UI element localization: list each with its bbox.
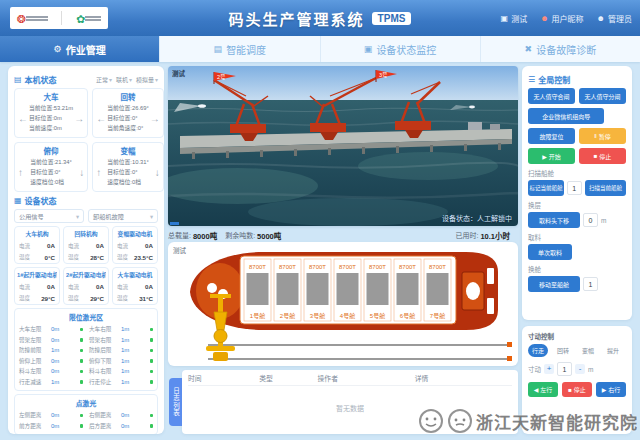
tab-label: 作业管理 <box>66 42 106 57</box>
move-to-hold-button[interactable]: 移动至船舱 <box>528 276 580 292</box>
cargo-hold[interactable]: 8700T 3号舱 <box>304 259 331 321</box>
jog-tab-travel[interactable]: 行走 <box>528 344 548 357</box>
jog-right-button[interactable]: ▶ 右行 <box>596 382 626 397</box>
limit-item: 大车左限0m <box>19 324 83 335</box>
pause-button[interactable]: ‖ 暂停 <box>579 128 626 144</box>
remaining-value: 5000吨 <box>257 230 281 241</box>
cargo-hold[interactable]: 8700T 1号舱 <box>244 259 271 321</box>
log-table-header: 时间 类型 操作者 详情 <box>188 370 512 386</box>
cargo-hold[interactable]: 8700T 5号舱 <box>364 259 391 321</box>
jog-tab-hoist[interactable]: 提升 <box>603 344 623 357</box>
elapsed-label: 已用时: <box>455 230 478 240</box>
motor-card: 1#起升驱动电机 电流0A 温度29°C <box>14 267 60 305</box>
status-dot <box>150 424 154 428</box>
status-dot <box>80 414 84 418</box>
axis-title: 变幅 <box>95 145 161 156</box>
cargo-hold[interactable]: 8700T 7号舱 <box>424 259 451 321</box>
limit-item: 臂架右限1m <box>89 335 153 346</box>
arrow-down-icon[interactable]: ↓ <box>78 167 85 178</box>
jog-left-button[interactable]: ◀ 左行 <box>528 382 558 397</box>
unattended-open-button[interactable]: 无人值守分闸 <box>579 88 626 104</box>
mode-select-linked[interactable]: 联机 <box>116 75 132 84</box>
step-minus-button[interactable]: - <box>575 364 585 374</box>
cargo-hold[interactable]: 8700T 6号舱 <box>394 259 421 321</box>
head-down-button[interactable]: 取料头下移 <box>528 212 580 228</box>
status-dot <box>80 380 84 384</box>
mark-hold-button[interactable]: 标记当前船舱 <box>528 180 564 196</box>
common-signal-select[interactable]: 公用信号 <box>14 209 84 223</box>
cargo-hold[interactable]: 8700T 4号舱 <box>334 259 361 321</box>
target-hold-input[interactable] <box>583 277 598 291</box>
svg-text:1号舱: 1号舱 <box>250 312 265 320</box>
scan-hold-input[interactable] <box>567 181 582 195</box>
machine-icon: ▤ <box>14 75 22 84</box>
device-icon: ▦ <box>14 196 22 205</box>
log-col-time: 时间 <box>188 373 259 383</box>
jog-stop-button[interactable]: ■ 停止 <box>562 382 592 397</box>
wechat-wizard-button[interactable]: 企业微信机组向导 <box>528 108 604 124</box>
jog-tab-luff[interactable]: 变幅 <box>578 344 598 357</box>
status-dot <box>150 370 154 374</box>
unloader-fault-select[interactable]: 卸船机故障 <box>88 209 158 223</box>
cargo-stats-bar: 总载量: 8000吨 剩余吨数: 5000吨 已用时: 10.1小时 <box>168 229 518 241</box>
header-nickname-link[interactable]: ☻ 用户昵称 <box>540 13 583 24</box>
scan-hold-button[interactable]: 扫描当前船舱 <box>585 180 626 196</box>
mode-select-normal[interactable]: 正常 <box>96 75 112 84</box>
svg-text:4号舱: 4号舱 <box>340 312 355 320</box>
tpms-badge: TPMS <box>372 12 412 25</box>
fault-reset-button[interactable]: 故障复位 <box>528 128 575 144</box>
stop-button[interactable]: ■ 停止 <box>579 148 626 164</box>
tab-device-monitor[interactable]: ▣ 设备状态监控 <box>321 36 481 62</box>
axis-readouts: 当前位置:26.69°目标位置:0°当前角速度:0° <box>107 103 149 133</box>
jog-tab-slew[interactable]: 回转 <box>553 344 573 357</box>
status-dot <box>150 359 154 363</box>
header-admin-link[interactable]: ☻ 管理员 <box>597 13 632 24</box>
limit-item: 行走停止1m <box>89 377 153 388</box>
tab-label: 设备故障诊断 <box>536 42 596 57</box>
status-dot <box>150 414 154 418</box>
limit-item: 臂架左限0m <box>19 335 83 346</box>
limit-item: 俯仰下限1m <box>89 356 153 367</box>
cargo-hold[interactable]: 8700T 2号舱 <box>274 259 301 321</box>
tab-fault-diagnosis[interactable]: ✖ 设备故障诊断 <box>481 36 640 62</box>
start-button[interactable]: ▶ 开始 <box>528 148 575 164</box>
jog-step-label: 寸动 <box>528 364 541 374</box>
arrow-up-icon[interactable]: ↑ <box>17 167 24 178</box>
limit-item: 防撞后限1m <box>89 345 153 356</box>
left-sidebar: ▤ 本机状态 正常 联机 模拟量 大车 ← 当前位置:53.21m目标位置:0m… <box>8 66 164 434</box>
ship-diagram: 8700T 1号舱 8700T 2号舱 8700T 3号舱 8700T 4号舱 <box>168 242 518 366</box>
single-take-button[interactable]: 单次取料 <box>528 244 572 260</box>
arrow-left-icon[interactable]: ← <box>95 113 107 124</box>
arrow-right-icon[interactable]: → <box>73 113 85 124</box>
arrow-right-icon[interactable]: → <box>149 113 161 124</box>
log-table-card: 时间 类型 操作者 详情 暂无数据 <box>182 370 518 434</box>
arrow-up-icon[interactable]: ↑ <box>95 167 102 178</box>
status-dot <box>150 328 154 332</box>
mode-select-analog[interactable]: 模拟量 <box>136 75 158 84</box>
svg-text:3号: 3号 <box>379 72 388 79</box>
monitor-icon: ▣ <box>364 44 373 54</box>
tab-smart-dispatch[interactable]: ▤ 智能调度 <box>160 36 320 62</box>
scene-corner-label: 测试 <box>172 68 185 78</box>
tab-job-management[interactable]: ⚙ 作业管理 <box>0 36 160 62</box>
arrow-left-icon[interactable]: ← <box>17 113 29 124</box>
log-col-detail: 详情 <box>415 373 512 383</box>
header-test-link[interactable]: ▣ 测试 <box>501 13 528 24</box>
motor-card: 变幅驱动电机 电流0A 温度23.5°C <box>112 226 158 264</box>
machine-status-header: ▤ 本机状态 正常 联机 模拟量 <box>14 74 158 85</box>
jog-control-title: 寸动控制 <box>528 331 626 341</box>
layer-depth-input[interactable] <box>583 213 598 227</box>
step-plus-button[interactable]: + <box>544 364 554 374</box>
log-list-tab[interactable]: 日志列表 <box>169 378 182 426</box>
arrow-down-icon[interactable]: ↓ <box>154 167 161 178</box>
status-dot <box>150 349 154 353</box>
limit-item: 俯仰上限0m <box>19 356 83 367</box>
motor-card: 大车驱动电机 电流0A 温度31°C <box>112 267 158 305</box>
unattended-close-button[interactable]: 无人值守合闸 <box>528 88 575 104</box>
main-nav: ⚙ 作业管理 ▤ 智能调度 ▣ 设备状态监控 ✖ 设备故障诊断 <box>0 36 640 62</box>
jog-step-input[interactable] <box>557 362 572 376</box>
point-laser-card: 点激光 左侧距离0m 右侧距离0m 前方距离0m 后方距离0m <box>14 394 158 434</box>
axis-card-pitch: 俯仰 ↑ 当前位置:21.34°目标位置:0°速度档位:0档 ↓ <box>14 142 88 192</box>
stop-icon: ■ <box>568 387 572 393</box>
scene-3d-view[interactable]: 2号 3号 测试 设备状态：人工解锁中 <box>168 66 518 226</box>
